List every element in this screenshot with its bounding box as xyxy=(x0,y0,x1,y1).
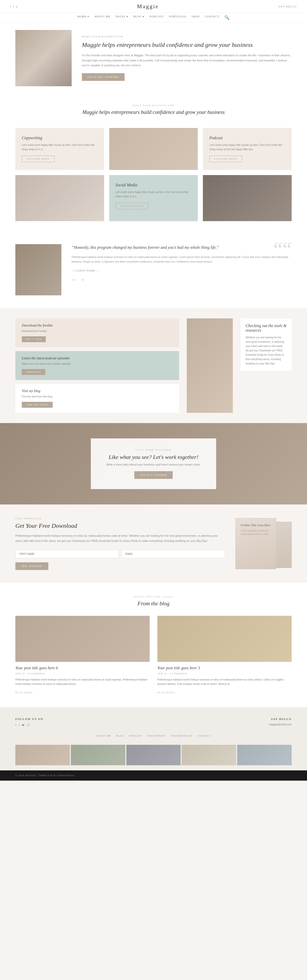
header: f t p Maggie SAY HELLO xyxy=(0,0,307,13)
podcast-cta-card: Listen the latest podcast episodes Make … xyxy=(15,351,179,380)
footer-img-1 xyxy=(15,745,70,765)
pinterest-link[interactable]: p xyxy=(16,5,17,8)
podcast-text: Let's build some happy little clouds up … xyxy=(209,143,285,151)
blog-grid: Your post title goes here 6 APR 10 · 0 C… xyxy=(15,616,292,694)
hero-section: MAKE YOUR BUSINESS FOR Maggie helps entr… xyxy=(0,22,307,94)
hero-image-placeholder xyxy=(15,30,72,86)
footer-nav-podcast[interactable]: PODCAST xyxy=(129,735,143,737)
footer-top: Follow us on f t ▶ ◻ Say Hello maggie@em… xyxy=(15,718,292,727)
blog-post-1-text: Pellentesque habitant morbi tristique se… xyxy=(15,678,150,686)
social-media-text: Let's build some happy little clouds up … xyxy=(116,190,192,199)
main-nav: HOME ▾ ABOUT ME PAGES ▾ BLOG ▾ PODCAST P… xyxy=(0,13,307,22)
nav-blog[interactable]: BLOG ▾ xyxy=(133,15,145,20)
cta-right-column: Checking out the tools & resources Wheth… xyxy=(240,318,292,413)
podcast-title: Podcast xyxy=(209,136,285,140)
footer-say-hello-label: Say Hello xyxy=(269,718,292,721)
footer-facebook-icon[interactable]: f xyxy=(15,723,16,727)
testimonial-prev-button[interactable]: ← xyxy=(72,277,76,283)
testimonial-next-button[interactable]: → xyxy=(80,277,85,283)
work-together-text: Write a short pitch about your business … xyxy=(106,463,200,466)
nav-portfolio[interactable]: PORTFOLIO xyxy=(169,15,186,20)
footer-instagram-icon[interactable]: ◻ xyxy=(27,723,30,727)
podcast-cta-text: Make sure you never miss another episode xyxy=(22,362,173,366)
services-image-woman xyxy=(15,175,104,221)
footer-nav-testimonials[interactable]: TESTIMONIALS xyxy=(171,735,192,737)
nav-contact[interactable]: CONTACT xyxy=(205,15,219,20)
ctas-section: Download the freebie Download the Freebi… xyxy=(0,308,307,423)
blog-post-2-image xyxy=(157,616,292,662)
blog-post-1-read-more[interactable]: READ MORE + xyxy=(15,691,35,694)
facebook-link[interactable]: f xyxy=(10,5,11,8)
work-together-cta[interactable]: LET OUT CHANCE xyxy=(134,471,173,479)
blog-post-1-image xyxy=(15,616,150,662)
tools-card-title: Checking out the tools & resources xyxy=(246,323,286,333)
services-image-plant xyxy=(109,128,198,170)
nav-about[interactable]: ABOUT ME xyxy=(94,15,111,20)
services-center-image-1 xyxy=(109,128,198,170)
footer-social-icons: f t ▶ ◻ xyxy=(15,723,43,727)
first-name-input[interactable] xyxy=(15,550,119,558)
footer-nav-blog[interactable]: BLOG xyxy=(116,735,124,737)
work-together-eyebrow: LET'S WORK TOGETHER xyxy=(106,449,200,451)
blog-cta-text: Find the best from the blog xyxy=(22,395,173,399)
hero-title: Maggie helps entrepreneurs build confide… xyxy=(82,41,292,49)
free-download-image-area: Freebie Title Goes Here YOUR FREEBIE SUB… xyxy=(235,518,292,569)
footer-youtube-icon[interactable]: ▶ xyxy=(22,723,25,727)
blog-post-2-read-more[interactable]: READ MORE + xyxy=(157,691,177,694)
copywriting-card: Copywriting Let's build some happy littl… xyxy=(15,128,104,170)
twitter-link[interactable]: t xyxy=(13,5,14,8)
services-grid: Copywriting Let's build some happy littl… xyxy=(0,123,307,231)
footer-nav-contact[interactable]: CONTACT xyxy=(197,735,211,737)
nav-podcast[interactable]: PODCAST xyxy=(150,15,164,20)
blog-post-2-text: Pellentesque habitant morbi tristique se… xyxy=(157,678,292,686)
copywriting-cta[interactable]: Explore More xyxy=(22,156,54,162)
social-media-cta[interactable]: Explore More xyxy=(116,203,148,209)
blog-eyebrow: DIVING INTO THE LATEST xyxy=(15,596,292,598)
free-download-content: FREE DOWNLOAD Get Your Free Download Pel… xyxy=(15,517,225,570)
freebie-card-cta[interactable]: GET IT NOW xyxy=(22,336,46,342)
tools-card-text: Whether you are looking for the next gre… xyxy=(246,335,286,366)
search-icon[interactable]: 🔍 xyxy=(224,15,229,20)
site-logo[interactable]: Maggie xyxy=(137,3,159,10)
testimonial-image xyxy=(15,244,61,295)
testimonial-body: Pellentesque habitant morbi tristique se… xyxy=(72,255,292,264)
free-download-title: Get Your Free Download xyxy=(15,522,225,529)
say-hello-link[interactable]: SAY HELLO xyxy=(278,5,297,8)
download-cta-button[interactable]: YES, PLEASE! xyxy=(15,562,48,570)
blog-title: From the blog xyxy=(15,600,292,607)
email-input[interactable] xyxy=(121,550,225,558)
header-social: f t p xyxy=(10,5,17,8)
footer-say-hello-email[interactable]: maggie@email.com xyxy=(269,723,292,726)
hero-cta-button[interactable]: LET'S GET STARTED xyxy=(82,73,125,81)
free-download-text: Pellentesque habitant morbi tristique se… xyxy=(15,533,225,544)
free-download-eyebrow: FREE DOWNLOAD xyxy=(15,517,225,520)
nav-home[interactable]: HOME ▾ xyxy=(78,15,89,20)
footer-nav-investment[interactable]: INVESTMENT xyxy=(147,735,166,737)
footer-image-grid xyxy=(15,745,292,765)
blog-section: DIVING INTO THE LATEST From the blog You… xyxy=(0,583,307,707)
free-download-form xyxy=(15,550,225,558)
footer-nav-about[interactable]: ABOUT ME xyxy=(96,735,111,737)
footer-bottom: © 2020 MAGGIE | TEMPLATE BY NORTHFOLK xyxy=(0,770,307,781)
hero-content: MAKE YOUR BUSINESS FOR Maggie helps entr… xyxy=(82,35,292,81)
services-title: Maggie helps entrepreneurs build confide… xyxy=(10,109,297,115)
work-together-overlay: LET'S WORK TOGETHER Like what you see? L… xyxy=(91,438,216,489)
nav-shop[interactable]: SHOP xyxy=(192,15,200,20)
testimonial-quote: “Honestly, this program changed my busin… xyxy=(72,244,292,251)
podcast-cta[interactable]: Explore More xyxy=(209,156,242,162)
footer-img-2 xyxy=(71,745,126,765)
nav-pages[interactable]: PAGES ▾ xyxy=(116,15,128,20)
social-media-title: Social Media xyxy=(116,183,192,187)
blog-post-1: Your post title goes here 6 APR 10 · 0 C… xyxy=(15,616,150,694)
freebie-title: Freebie Title Goes Here xyxy=(241,523,271,527)
blog-cta-card: Visit my blog Find the best from the blo… xyxy=(15,384,179,413)
tools-card: Checking out the tools & resources Wheth… xyxy=(240,318,292,371)
podcast-subscribe-button[interactable]: SUBSCRIBE xyxy=(22,369,45,375)
footer: Follow us on f t ▶ ◻ Say Hello maggie@em… xyxy=(0,707,307,781)
blog-cta-button[interactable]: VIEW THE POSTS xyxy=(22,402,53,408)
testimonial-nav: ← → xyxy=(72,277,292,283)
services-image-woman-placeholder xyxy=(15,175,104,221)
services-eyebrow: MAKE YOUR BUSINESS FOR xyxy=(10,104,297,107)
footer-twitter-icon[interactable]: t xyxy=(19,723,20,727)
services-image-laptop-placeholder xyxy=(203,175,292,221)
